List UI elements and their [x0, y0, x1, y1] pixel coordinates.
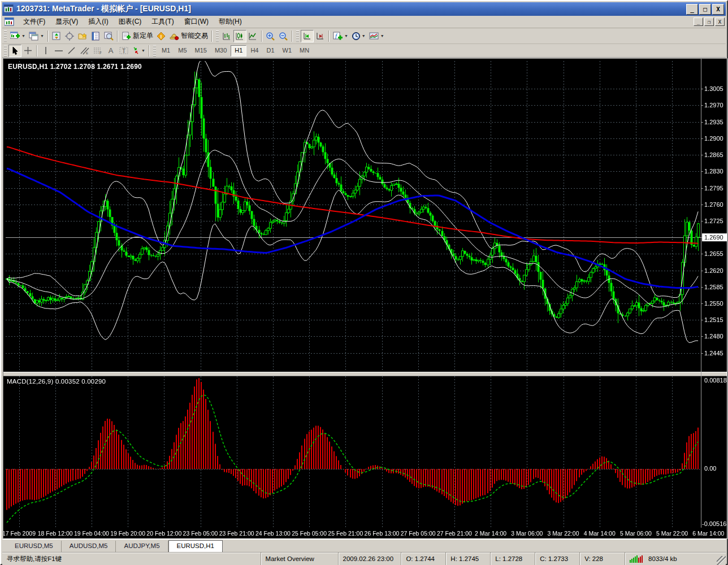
horizontal-line-button[interactable]: [52, 45, 65, 57]
chart-tabs-bar: EURUSD,M5 AUDUSD,M5 AUDJPY,M5 EURUSD,H1: [2, 539, 726, 552]
menu-tools[interactable]: 工具(T): [146, 15, 179, 28]
zoom-out-button[interactable]: [277, 30, 290, 42]
app-icon: [4, 5, 14, 14]
timeframe-mn-button[interactable]: MN: [296, 45, 313, 56]
toolbar-grip[interactable]: [216, 31, 219, 42]
mdi-close-button[interactable]: X: [715, 18, 725, 26]
status-low: L: 1.2728: [491, 553, 535, 565]
navigator-button[interactable]: [76, 30, 89, 42]
dropdown-arrow-icon: ▼: [380, 34, 384, 38]
fibonacci-button[interactable]: F: [91, 45, 104, 57]
zoom-in-icon: [266, 32, 275, 41]
text-icon: A: [107, 46, 115, 55]
timeframe-m15-button[interactable]: M15: [191, 45, 211, 56]
cursor-icon: [11, 46, 19, 55]
timeframe-h1-button[interactable]: H1: [231, 45, 246, 56]
timeframe-d1-button[interactable]: D1: [262, 45, 278, 56]
periods-button[interactable]: ▼: [350, 30, 367, 42]
svg-text:F: F: [99, 51, 102, 55]
toolbar-separator: [328, 31, 330, 42]
mdi-restore-button[interactable]: ❐: [704, 18, 714, 26]
periods-icon: [352, 32, 361, 41]
bar-chart-button[interactable]: [220, 30, 233, 42]
mdi-minimize-button[interactable]: _: [694, 18, 703, 26]
indicators-button[interactable]: f ▼: [331, 30, 350, 42]
tab-audusd-m5[interactable]: AUDUSD,M5: [62, 541, 116, 552]
toolbar-grip[interactable]: [153, 45, 156, 56]
new-order-button[interactable]: 新定单: [120, 30, 155, 42]
tab-audjpy-m5[interactable]: AUDJPY,M5: [116, 541, 168, 552]
fibonacci-icon: F: [93, 46, 102, 55]
market-watch-button[interactable]: [50, 30, 63, 42]
expert-advisors-button[interactable]: 智能交易: [168, 30, 210, 42]
cursor-button[interactable]: [8, 45, 21, 57]
resize-grip[interactable]: [717, 556, 726, 565]
menu-view[interactable]: 显示(V): [50, 15, 83, 28]
channel-button[interactable]: E: [78, 45, 91, 57]
maximize-button[interactable]: □: [699, 4, 711, 15]
connection-bars-icon: [630, 555, 643, 563]
tab-eurusd-m5[interactable]: EURUSD,M5: [7, 541, 62, 552]
auto-scroll-icon: [302, 32, 311, 41]
new-chart-button[interactable]: ▼: [8, 30, 27, 42]
terminal-button[interactable]: [89, 30, 102, 42]
svg-text:A: A: [108, 46, 113, 55]
timeframe-m1-button[interactable]: M1: [158, 45, 174, 56]
crosshair-icon: [24, 46, 32, 55]
timeframe-m30-button[interactable]: M30: [211, 45, 231, 56]
data-window-button[interactable]: [63, 30, 76, 42]
navigator-icon: [78, 32, 88, 41]
strategy-tester-button[interactable]: [102, 30, 115, 42]
price-chart-canvas[interactable]: [3, 59, 727, 538]
status-traffic: 8033/4 kb: [648, 555, 677, 562]
text-label-icon: T: [119, 46, 128, 55]
timeframe-m5-button[interactable]: M5: [174, 45, 190, 56]
chart-shift-button[interactable]: [314, 30, 327, 42]
chart-shift-icon: [315, 32, 324, 41]
timeframe-h4-button[interactable]: H4: [246, 45, 262, 56]
menu-window[interactable]: 窗口(W): [179, 15, 214, 28]
close-button[interactable]: X: [712, 4, 724, 15]
profiles-icon: [29, 32, 39, 41]
dropdown-arrow-icon: ▼: [344, 34, 348, 38]
profiles-button[interactable]: ▼: [27, 30, 46, 42]
toolbar-grip[interactable]: [296, 31, 299, 42]
menu-charts[interactable]: 图表(C): [114, 15, 147, 28]
candlestick-chart-button[interactable]: [233, 30, 246, 42]
toolbar-grip[interactable]: [4, 31, 7, 42]
menu-file[interactable]: 文件(F): [18, 15, 50, 28]
templates-icon: [369, 32, 379, 41]
text-label-button[interactable]: T: [117, 45, 130, 57]
status-bar: 寻求帮助,请按F1键 Market Overview 2009.02.26 23…: [2, 552, 726, 565]
menu-insert[interactable]: 插入(I): [83, 15, 113, 28]
data-window-icon: [65, 32, 74, 41]
line-chart-button[interactable]: [246, 30, 259, 42]
toolbar-grip[interactable]: [4, 45, 7, 56]
status-connection: 8033/4 kb: [625, 553, 717, 565]
metaeditor-button[interactable]: !: [155, 30, 168, 42]
toolbar-separator: [47, 31, 49, 42]
timeframe-w1-button[interactable]: W1: [279, 45, 296, 56]
chart-panel: EURUSD,H1 1.2702 1.2708 1.2671 1.2690 MA…: [3, 58, 727, 539]
arrows-button[interactable]: ▼: [130, 45, 147, 57]
dropdown-arrow-icon: ▼: [21, 34, 25, 38]
horizontal-line-icon: [54, 46, 63, 55]
toolbar-separator: [117, 31, 118, 42]
crosshair-button[interactable]: [21, 45, 34, 57]
trendline-button[interactable]: [65, 45, 78, 57]
dropdown-arrow-icon: ▼: [141, 49, 145, 53]
symbol-ohlc-label: EURUSD,H1 1.2702 1.2708 1.2671 1.2690: [8, 63, 142, 71]
terminal-icon: [91, 32, 100, 41]
text-button[interactable]: A: [104, 45, 117, 57]
minimize-button[interactable]: _: [686, 4, 698, 15]
auto-scroll-button[interactable]: [301, 30, 314, 42]
market-watch-icon: [52, 32, 61, 41]
dropdown-arrow-icon: ▼: [362, 34, 366, 38]
new-chart-icon: [10, 32, 20, 41]
tab-eurusd-h1[interactable]: EURUSD,H1: [168, 540, 223, 553]
menu-help[interactable]: 帮助(H): [214, 15, 247, 28]
templates-button[interactable]: ▼: [367, 30, 386, 42]
vertical-line-button[interactable]: [39, 45, 52, 57]
zoom-in-button[interactable]: [264, 30, 277, 42]
svg-text:E: E: [86, 51, 88, 55]
